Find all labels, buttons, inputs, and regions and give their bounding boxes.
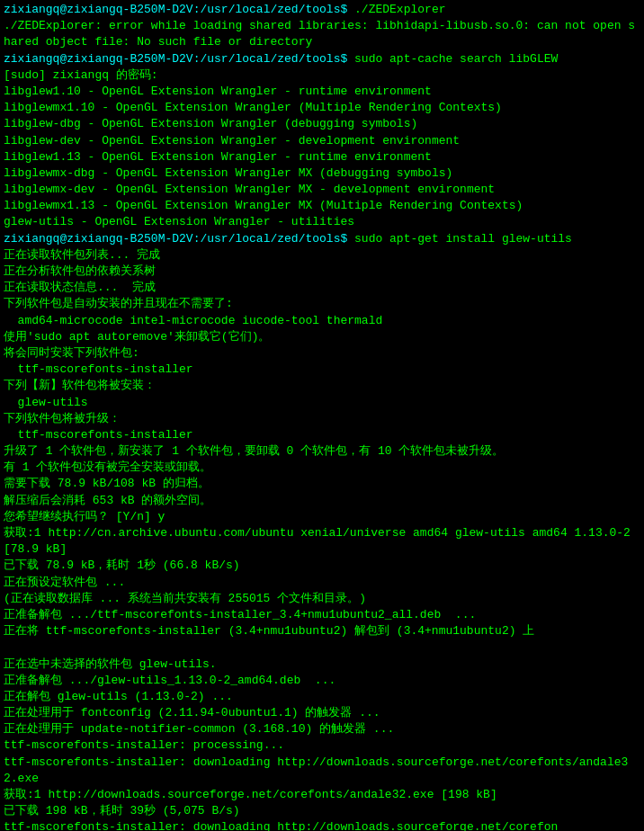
prompt-text: zixiangq@zixiangq-B250M-D2V:/usr/local/z…	[4, 52, 347, 66]
terminal-line: ttf-mscorefonts-installer: processing...	[4, 737, 640, 754]
terminal-line: ttf-mscorefonts-installer: downloading h…	[4, 819, 640, 831]
terminal-line: 使用'sudo apt autoremove'来卸载它(它们)。	[4, 329, 640, 345]
terminal-line: 解压缩后会消耗 653 kB 的额外空间。	[4, 493, 640, 509]
terminal-line: zixiangq@zixiangq-B250M-D2V:/usr/local/z…	[4, 2, 640, 18]
terminal-line: 正在解包 glew-utils (1.13.0-2) ...	[4, 689, 640, 705]
terminal-line: ttf-mscorefonts-installer	[4, 427, 640, 443]
terminal-line: 正在预设定软件包 ...	[4, 575, 640, 591]
terminal-line: libglew-dev - OpenGL Extension Wrangler …	[4, 133, 640, 149]
terminal-line: 您希望继续执行吗？ [Y/n] y	[4, 509, 640, 525]
terminal-line: glew-utils - OpenGL Extension Wrangler -…	[4, 214, 640, 230]
terminal-line: 下列软件包将被升级：	[4, 411, 640, 427]
terminal-line: libglewmx-dbg - OpenGL Extension Wrangle…	[4, 165, 640, 182]
terminal-line: 需要下载 78.9 kB/108 kB 的归档。	[4, 476, 640, 492]
terminal-line: 正准备解包 .../glew-utils_1.13.0-2_amd64.deb …	[4, 673, 640, 689]
terminal-line: ./ZEDExplorer: error while loading share…	[4, 18, 640, 50]
terminal-line: 升级了 1 个软件包，新安装了 1 个软件包，要卸载 0 个软件包，有 10 个…	[4, 443, 640, 460]
terminal-line: 正在选中未选择的软件包 glew-utils.	[4, 657, 640, 673]
terminal-line: libglew1.13 - OpenGL Extension Wrangler …	[4, 149, 640, 165]
terminal-window: zixiangq@zixiangq-B250M-D2V:/usr/local/z…	[0, 0, 644, 831]
terminal-line: zixiangq@zixiangq-B250M-D2V:/usr/local/z…	[4, 231, 640, 247]
terminal-line: 已下载 198 kB，耗时 39秒 (5,075 B/s)	[4, 803, 640, 819]
terminal-line: 正在将 ttf-mscorefonts-installer (3.4+nmu1u…	[4, 623, 640, 639]
terminal-line: 获取:1 http://cn.archive.ubuntu.com/ubuntu…	[4, 525, 640, 558]
terminal-line: (正在读取数据库 ... 系统当前共安装有 255015 个文件和目录。)	[4, 591, 640, 607]
terminal-line: 正在分析软件包的依赖关系树	[4, 264, 640, 280]
terminal-line	[4, 639, 640, 656]
terminal-line: [sudo] zixiangq 的密码:	[4, 67, 640, 84]
terminal-line: 下列软件包是自动安装的并且现在不需要了:	[4, 296, 640, 312]
terminal-line: libglewmx-dev - OpenGL Extension Wrangle…	[4, 182, 640, 198]
terminal-line: 正在读取软件包列表... 完成	[4, 247, 640, 264]
terminal-line: 正准备解包 .../ttf-mscorefonts-installer_3.4+…	[4, 607, 640, 623]
terminal-line: 正在读取状态信息... 完成	[4, 280, 640, 296]
terminal-line: 已下载 78.9 kB，耗时 1秒 (66.8 kB/s)	[4, 558, 640, 574]
terminal-line: amd64-microcode intel-microcode iucode-t…	[4, 313, 640, 329]
terminal-line: 将会同时安装下列软件包:	[4, 345, 640, 362]
terminal-line: 有 1 个软件包没有被完全安装或卸载。	[4, 460, 640, 476]
terminal-line: zixiangq@zixiangq-B250M-D2V:/usr/local/z…	[4, 51, 640, 67]
terminal-line: 正在处理用于 update-notifier-common (3.168.10)…	[4, 721, 640, 737]
prompt-text: zixiangq@zixiangq-B250M-D2V:/usr/local/z…	[4, 3, 347, 16]
terminal-line: glew-utils	[4, 395, 640, 411]
terminal-line: 下列【新】软件包将被安装：	[4, 378, 640, 394]
terminal-line: libglewmx1.13 - OpenGL Extension Wrangle…	[4, 198, 640, 214]
terminal-line: libglewmx1.10 - OpenGL Extension Wrangle…	[4, 100, 640, 116]
terminal-line: libglew-dbg - OpenGL Extension Wrangler …	[4, 116, 640, 132]
terminal-line: 获取:1 http://downloads.sourceforge.net/co…	[4, 787, 640, 803]
terminal-line: ttf-mscorefonts-installer	[4, 362, 640, 378]
terminal-line: 正在处理用于 fontconfig (2.11.94-0ubuntu1.1) 的…	[4, 705, 640, 721]
terminal-line: ttf-mscorefonts-installer: downloading h…	[4, 755, 640, 787]
prompt-text: zixiangq@zixiangq-B250M-D2V:/usr/local/z…	[4, 232, 347, 246]
terminal-line: libglew1.10 - OpenGL Extension Wrangler …	[4, 84, 640, 100]
